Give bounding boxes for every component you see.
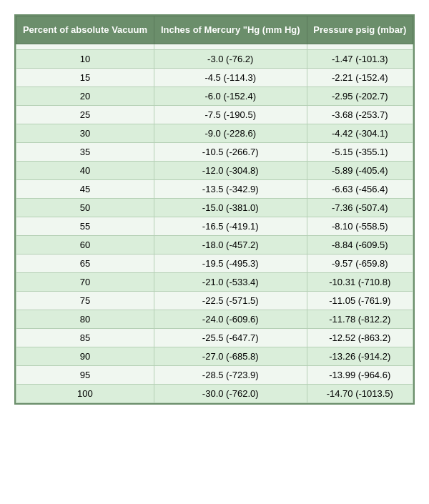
table-row: 80-24.0 (-609.6)-11.78 (-812.2) bbox=[16, 310, 413, 329]
cell-pressure: -13.99 (-964.6) bbox=[307, 366, 413, 385]
table-row: 45-13.5 (-342.9)-6.63 (-456.4) bbox=[16, 180, 413, 199]
cell-vacuum: 35 bbox=[16, 143, 154, 162]
cell-mercury: -16.5 (-419.1) bbox=[154, 217, 307, 236]
cell-mercury: -24.0 (-609.6) bbox=[154, 310, 307, 329]
cell-vacuum: 90 bbox=[16, 347, 154, 366]
table-row: 25-7.5 (-190.5)-3.68 (-253.7) bbox=[16, 106, 413, 124]
cell-pressure: -13.26 (-914.2) bbox=[307, 347, 413, 366]
cell-pressure: -4.42 (-304.1) bbox=[307, 124, 413, 143]
cell-pressure: -11.78 (-812.2) bbox=[307, 310, 413, 329]
separator-row bbox=[16, 44, 413, 50]
table-row: 75-22.5 (-571.5)-11.05 (-761.9) bbox=[16, 292, 413, 310]
cell-pressure: -2.95 (-202.7) bbox=[307, 87, 413, 106]
cell-pressure: -9.57 (-659.8) bbox=[307, 255, 413, 273]
cell-mercury: -9.0 (-228.6) bbox=[154, 124, 307, 143]
cell-vacuum: 10 bbox=[16, 50, 154, 69]
table-row: 20-6.0 (-152.4)-2.95 (-202.7) bbox=[16, 87, 413, 106]
cell-vacuum: 20 bbox=[16, 87, 154, 106]
cell-vacuum: 40 bbox=[16, 162, 154, 180]
cell-pressure: -1.47 (-101.3) bbox=[307, 50, 413, 69]
col-header-mercury: Inches of Mercury "Hg (mm Hg) bbox=[154, 16, 307, 44]
cell-pressure: -14.70 (-1013.5) bbox=[307, 385, 413, 403]
cell-pressure: -5.15 (-355.1) bbox=[307, 143, 413, 162]
cell-vacuum: 85 bbox=[16, 329, 154, 347]
cell-vacuum: 30 bbox=[16, 124, 154, 143]
cell-vacuum: 15 bbox=[16, 69, 154, 87]
cell-mercury: -22.5 (-571.5) bbox=[154, 292, 307, 310]
cell-vacuum: 75 bbox=[16, 292, 154, 310]
cell-pressure: -11.05 (-761.9) bbox=[307, 292, 413, 310]
cell-pressure: -10.31 (-710.8) bbox=[307, 273, 413, 292]
table-row: 40-12.0 (-304.8)-5.89 (-405.4) bbox=[16, 162, 413, 180]
table-row: 15-4.5 (-114.3)-2.21 (-152.4) bbox=[16, 69, 413, 87]
table-header-row: Percent of absolute Vacuum Inches of Mer… bbox=[16, 16, 413, 44]
table-row: 35-10.5 (-266.7)-5.15 (-355.1) bbox=[16, 143, 413, 162]
table-row: 70-21.0 (-533.4)-10.31 (-710.8) bbox=[16, 273, 413, 292]
cell-mercury: -18.0 (-457.2) bbox=[154, 236, 307, 255]
cell-pressure: -8.10 (-558.5) bbox=[307, 217, 413, 236]
cell-mercury: -13.5 (-342.9) bbox=[154, 180, 307, 199]
table-row: 55-16.5 (-419.1)-8.10 (-558.5) bbox=[16, 217, 413, 236]
cell-vacuum: 60 bbox=[16, 236, 154, 255]
cell-pressure: -8.84 (-609.5) bbox=[307, 236, 413, 255]
cell-vacuum: 100 bbox=[16, 385, 154, 403]
cell-mercury: -12.0 (-304.8) bbox=[154, 162, 307, 180]
cell-vacuum: 25 bbox=[16, 106, 154, 124]
cell-vacuum: 80 bbox=[16, 310, 154, 329]
col-header-vacuum: Percent of absolute Vacuum bbox=[16, 16, 154, 44]
cell-pressure: -7.36 (-507.4) bbox=[307, 199, 413, 217]
cell-mercury: -7.5 (-190.5) bbox=[154, 106, 307, 124]
cell-mercury: -28.5 (-723.9) bbox=[154, 366, 307, 385]
cell-mercury: -4.5 (-114.3) bbox=[154, 69, 307, 87]
cell-mercury: -25.5 (-647.7) bbox=[154, 329, 307, 347]
table-row: 90-27.0 (-685.8)-13.26 (-914.2) bbox=[16, 347, 413, 366]
table-row: 85-25.5 (-647.7)-12.52 (-863.2) bbox=[16, 329, 413, 347]
col-header-pressure: Pressure psig (mbar) bbox=[307, 16, 413, 44]
vacuum-table-wrapper: Percent of absolute Vacuum Inches of Mer… bbox=[14, 14, 415, 405]
cell-mercury: -10.5 (-266.7) bbox=[154, 143, 307, 162]
cell-mercury: -19.5 (-495.3) bbox=[154, 255, 307, 273]
cell-pressure: -3.68 (-253.7) bbox=[307, 106, 413, 124]
cell-mercury: -27.0 (-685.8) bbox=[154, 347, 307, 366]
vacuum-table: Percent of absolute Vacuum Inches of Mer… bbox=[16, 16, 413, 403]
table-row: 10-3.0 (-76.2)-1.47 (-101.3) bbox=[16, 50, 413, 69]
cell-mercury: -6.0 (-152.4) bbox=[154, 87, 307, 106]
cell-pressure: -2.21 (-152.4) bbox=[307, 69, 413, 87]
cell-pressure: -6.63 (-456.4) bbox=[307, 180, 413, 199]
cell-vacuum: 65 bbox=[16, 255, 154, 273]
cell-vacuum: 95 bbox=[16, 366, 154, 385]
table-row: 65-19.5 (-495.3)-9.57 (-659.8) bbox=[16, 255, 413, 273]
table-row: 60-18.0 (-457.2)-8.84 (-609.5) bbox=[16, 236, 413, 255]
cell-vacuum: 45 bbox=[16, 180, 154, 199]
cell-vacuum: 55 bbox=[16, 217, 154, 236]
cell-pressure: -12.52 (-863.2) bbox=[307, 329, 413, 347]
cell-vacuum: 50 bbox=[16, 199, 154, 217]
table-row: 50-15.0 (-381.0)-7.36 (-507.4) bbox=[16, 199, 413, 217]
table-row: 95-28.5 (-723.9)-13.99 (-964.6) bbox=[16, 366, 413, 385]
cell-mercury: -15.0 (-381.0) bbox=[154, 199, 307, 217]
cell-mercury: -21.0 (-533.4) bbox=[154, 273, 307, 292]
table-row: 100-30.0 (-762.0)-14.70 (-1013.5) bbox=[16, 385, 413, 403]
cell-mercury: -3.0 (-76.2) bbox=[154, 50, 307, 69]
cell-vacuum: 70 bbox=[16, 273, 154, 292]
cell-mercury: -30.0 (-762.0) bbox=[154, 385, 307, 403]
table-row: 30-9.0 (-228.6)-4.42 (-304.1) bbox=[16, 124, 413, 143]
cell-pressure: -5.89 (-405.4) bbox=[307, 162, 413, 180]
